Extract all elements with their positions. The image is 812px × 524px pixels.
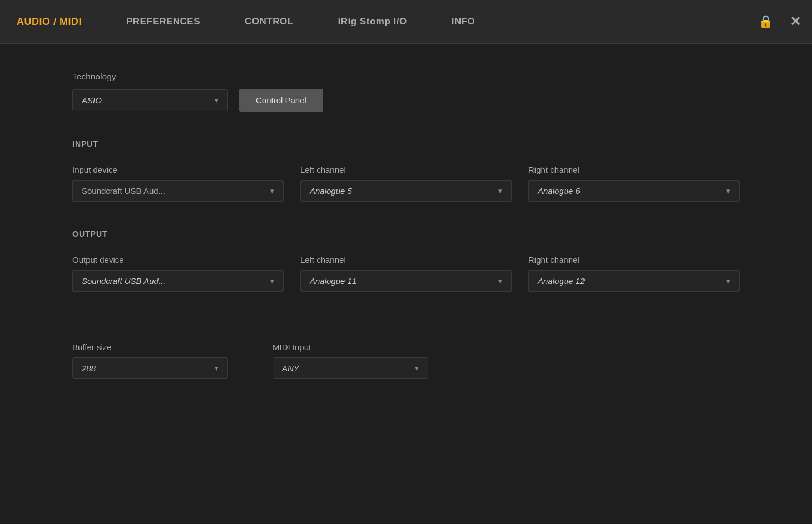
input-left-channel-label: Left channel	[300, 165, 512, 174]
input-left-channel-arrow: ▾	[498, 187, 502, 195]
input-right-channel-group: Right channel Analogue 6 ▾	[528, 165, 740, 202]
input-divider-line	[110, 144, 740, 144]
technology-row: ASIO ▾ Control Panel	[72, 89, 740, 112]
input-device-dropdown[interactable]: Soundcraft USB Aud... ▾	[72, 180, 284, 202]
output-right-channel-label: Right channel	[528, 255, 740, 265]
output-right-channel-arrow: ▾	[726, 277, 730, 285]
tab-irig-stomp[interactable]: iRig Stomp I/O	[316, 0, 429, 43]
input-right-channel-value: Analogue 6	[538, 186, 721, 196]
tab-audio-midi[interactable]: AUDIO / MIDI	[11, 0, 104, 43]
buffer-size-group: Buffer size 288 ▾	[72, 342, 228, 379]
close-icon[interactable]: ✕	[790, 14, 801, 29]
output-device-value: Soundcraft USB Aud...	[82, 276, 265, 286]
tab-control-label: CONTROL	[245, 16, 294, 27]
input-section-divider: INPUT	[72, 139, 740, 148]
output-left-channel-arrow: ▾	[498, 277, 502, 285]
lock-icon[interactable]: 🔒	[758, 14, 773, 29]
input-left-channel-dropdown[interactable]: Analogue 5 ▾	[300, 180, 512, 202]
input-device-value: Soundcraft USB Aud...	[82, 186, 265, 196]
tab-preferences[interactable]: PREFERENCES	[104, 0, 222, 43]
output-device-label: Output device	[72, 255, 284, 265]
output-divider-line	[119, 234, 740, 234]
tab-irig-stomp-label: iRig Stomp I/O	[338, 16, 407, 27]
tab-control[interactable]: CONTROL	[222, 0, 316, 43]
header-bar: AUDIO / MIDI PREFERENCES CONTROL iRig St…	[0, 0, 812, 44]
technology-dropdown-arrow: ▾	[215, 96, 219, 104]
output-device-dropdown[interactable]: Soundcraft USB Aud... ▾	[72, 270, 284, 292]
tab-preferences-label: PREFERENCES	[126, 16, 200, 27]
output-section-divider: OUTPUT	[72, 229, 740, 238]
output-section-label: OUTPUT	[72, 229, 108, 238]
input-device-arrow: ▾	[270, 187, 274, 195]
tab-info-label: INFO	[452, 16, 476, 27]
output-right-channel-dropdown[interactable]: Analogue 12 ▾	[528, 270, 740, 292]
output-left-channel-value: Analogue 11	[310, 276, 493, 286]
main-content: Technology ASIO ▾ Control Panel INPUT In…	[0, 44, 812, 401]
input-right-channel-arrow: ▾	[726, 187, 730, 195]
output-left-channel-dropdown[interactable]: Analogue 11 ▾	[300, 270, 512, 292]
output-right-channel-value: Analogue 12	[538, 276, 721, 286]
tab-audio-midi-label: AUDIO / MIDI	[17, 16, 82, 28]
bottom-row: Buffer size 288 ▾ MIDI Input ANY ▾	[72, 342, 740, 379]
input-section-label: INPUT	[72, 139, 98, 148]
midi-input-value: ANY	[282, 363, 409, 373]
output-fields-row: Output device Soundcraft USB Aud... ▾ Le…	[72, 255, 740, 292]
input-fields-row: Input device Soundcraft USB Aud... ▾ Lef…	[72, 165, 740, 202]
input-right-channel-dropdown[interactable]: Analogue 6 ▾	[528, 180, 740, 202]
control-panel-button[interactable]: Control Panel	[239, 89, 323, 112]
input-left-channel-value: Analogue 5	[310, 186, 493, 196]
buffer-size-dropdown[interactable]: 288 ▾	[72, 357, 228, 379]
output-device-group: Output device Soundcraft USB Aud... ▾	[72, 255, 284, 292]
buffer-size-label: Buffer size	[72, 342, 228, 352]
midi-input-dropdown[interactable]: ANY ▾	[273, 357, 428, 379]
input-left-channel-group: Left channel Analogue 5 ▾	[300, 165, 512, 202]
output-right-channel-group: Right channel Analogue 12 ▾	[528, 255, 740, 292]
technology-label: Technology	[72, 72, 740, 81]
output-left-channel-label: Left channel	[300, 255, 512, 265]
midi-input-group: MIDI Input ANY ▾	[273, 342, 428, 379]
tab-info[interactable]: INFO	[429, 0, 498, 43]
technology-dropdown[interactable]: ASIO ▾	[72, 89, 228, 111]
input-device-label: Input device	[72, 165, 284, 174]
midi-input-arrow: ▾	[415, 364, 419, 372]
section-hr	[72, 320, 740, 320]
output-left-channel-group: Left channel Analogue 11 ▾	[300, 255, 512, 292]
buffer-size-value: 288	[82, 363, 209, 373]
output-device-arrow: ▾	[270, 277, 274, 285]
midi-input-label: MIDI Input	[273, 342, 428, 352]
technology-dropdown-value: ASIO	[82, 96, 209, 105]
input-right-channel-label: Right channel	[528, 165, 740, 174]
buffer-size-arrow: ▾	[215, 364, 219, 372]
input-device-group: Input device Soundcraft USB Aud... ▾	[72, 165, 284, 202]
